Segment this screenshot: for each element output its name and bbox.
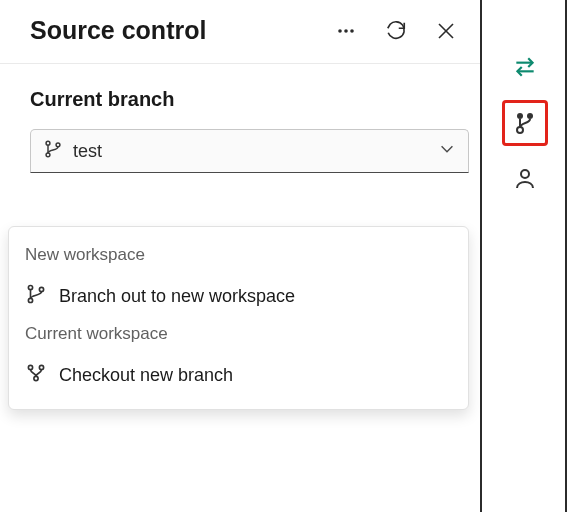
svg-point-7 (56, 143, 60, 147)
account-button[interactable] (502, 156, 548, 202)
menu-group-current-workspace: Current workspace (9, 318, 468, 354)
close-icon (436, 21, 456, 41)
svg-point-2 (350, 29, 354, 33)
branch-menu: New workspace Branch out to new workspac… (8, 226, 469, 410)
header-actions (334, 19, 458, 43)
refresh-icon (385, 20, 407, 42)
menu-item-branch-out[interactable]: Branch out to new workspace (9, 275, 468, 318)
svg-point-17 (521, 170, 529, 178)
svg-point-8 (28, 285, 32, 289)
svg-point-10 (39, 287, 43, 291)
svg-point-1 (344, 29, 348, 33)
sync-button[interactable] (502, 44, 548, 90)
menu-item-label: Checkout new branch (59, 365, 233, 386)
menu-item-label: Branch out to new workspace (59, 286, 295, 307)
person-icon (513, 167, 537, 191)
refresh-button[interactable] (384, 19, 408, 43)
branch-icon (43, 139, 63, 163)
svg-point-12 (39, 365, 43, 369)
checkout-branch-icon (25, 362, 47, 389)
branch-dropdown[interactable]: test (30, 129, 469, 173)
swap-icon (512, 54, 538, 80)
branch-dropdown-value: test (73, 141, 438, 162)
right-rail (484, 0, 567, 512)
chevron-down-icon (438, 140, 456, 162)
svg-point-5 (46, 141, 50, 145)
source-control-panel: Source control (0, 0, 482, 512)
more-button[interactable] (334, 19, 358, 43)
svg-point-11 (28, 365, 32, 369)
svg-point-9 (28, 298, 32, 302)
source-control-button[interactable] (502, 100, 548, 146)
svg-point-6 (46, 153, 50, 157)
svg-point-13 (34, 376, 38, 380)
panel-header: Source control (0, 0, 480, 64)
ellipsis-icon (336, 21, 356, 41)
svg-point-15 (527, 113, 533, 119)
svg-point-14 (517, 113, 523, 119)
close-button[interactable] (434, 19, 458, 43)
svg-point-0 (338, 29, 342, 33)
current-branch-label: Current branch (0, 64, 480, 129)
menu-group-new-workspace: New workspace (9, 239, 468, 275)
menu-item-checkout[interactable]: Checkout new branch (9, 354, 468, 397)
branch-icon (25, 283, 47, 310)
panel-title: Source control (30, 16, 334, 45)
git-branch-icon (513, 111, 537, 135)
